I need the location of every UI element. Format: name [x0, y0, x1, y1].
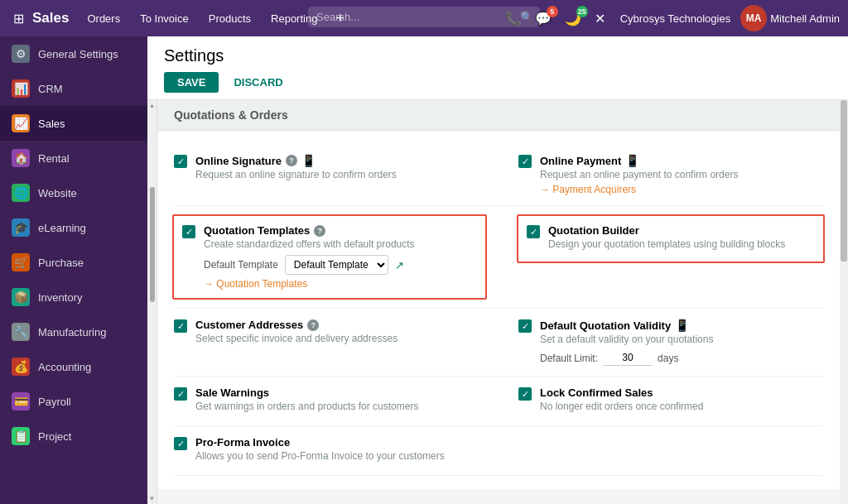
search-icon: 🔍: [520, 11, 533, 23]
quotation-templates-link[interactable]: → Quotation Templates: [204, 278, 415, 290]
quotation-templates-checkbox[interactable]: [182, 225, 195, 238]
online-signature-desc: Request an online signature to confirm o…: [195, 169, 397, 180]
sidebar-item-label: Purchase: [38, 257, 84, 269]
pro-forma-invoice-checkbox[interactable]: [174, 437, 187, 450]
quotation-templates-help-icon[interactable]: ?: [314, 225, 325, 237]
activity-badge: 25: [576, 6, 588, 17]
sidebar-item-website[interactable]: 🌐 Website: [0, 175, 147, 210]
sale-warnings-label: Sale Warnings: [195, 386, 269, 399]
nav-products[interactable]: Products: [200, 9, 259, 28]
right-scroll-thumb: [841, 100, 847, 262]
sidebar: ⚙ General Settings 📊 CRM 📈 Sales 🏠 Renta…: [0, 36, 147, 504]
sidebar-item-label: CRM: [38, 83, 63, 95]
sidebar-item-label: eLearning: [38, 222, 86, 234]
sidebar-item-label: Sales: [38, 118, 65, 130]
online-signature-help-icon[interactable]: ?: [286, 155, 297, 166]
sidebar-item-label: Payroll: [38, 396, 71, 408]
sales-icon: 📈: [12, 114, 30, 132]
customer-addresses-help-icon[interactable]: ?: [307, 319, 319, 331]
quotation-builder-cell: Quotation Builder Design your quotation …: [499, 206, 823, 309]
sidebar-item-project[interactable]: 📋 Project: [0, 419, 147, 454]
sidebar-item-rental[interactable]: 🏠 Rental: [0, 141, 147, 175]
project-icon: 📋: [12, 427, 30, 445]
default-quotation-validity-desc: Set a default validity on your quotation…: [540, 334, 713, 345]
brand-label: Sales: [32, 10, 69, 26]
pro-forma-invoice-cell: Pro-Forma Invoice Allows you to send Pro…: [174, 426, 499, 476]
lock-confirmed-sales-checkbox[interactable]: [518, 387, 532, 401]
default-template-select[interactable]: Default Template: [285, 255, 388, 275]
validity-input[interactable]: [603, 350, 653, 366]
quotation-builder-label: Quotation Builder: [548, 224, 639, 237]
username-label: Mitchell Admin: [770, 12, 840, 25]
sidebar-item-purchase[interactable]: 🛒 Purchase: [0, 245, 147, 280]
quotation-templates-cell: Quotation Templates ? Create standardize…: [174, 206, 499, 309]
sidebar-item-inventory[interactable]: 📦 Inventory: [0, 280, 147, 314]
scroll-up-button[interactable]: ▲: [149, 102, 156, 109]
page-header: Settings SAVE DISCARD: [147, 36, 848, 100]
sidebar-item-label: General Settings: [38, 48, 118, 60]
activity-icon[interactable]: 🌙25: [560, 7, 586, 30]
left-scrollbar[interactable]: ▲ ▼: [147, 100, 157, 504]
sidebar-item-label: Rental: [38, 152, 70, 165]
page-title: Settings: [164, 46, 831, 65]
online-payment-checkbox[interactable]: [518, 155, 532, 168]
sidebar-item-sales[interactable]: 📈 Sales: [0, 106, 147, 141]
accounting-icon: 💰: [12, 358, 30, 376]
quotation-builder-desc: Design your quotation templates using bu…: [548, 238, 785, 250]
validity-mobile-icon: 📱: [675, 319, 689, 332]
pro-forma-invoice-label: Pro-Forma Invoice: [195, 436, 290, 449]
rental-icon: 🏠: [12, 149, 30, 167]
scroll-down-button[interactable]: ▼: [149, 495, 156, 502]
settings-main: Quotations & Orders Online Signature: [157, 100, 840, 504]
default-quotation-validity-label: Default Quotation Validity: [540, 319, 671, 332]
template-external-link-icon[interactable]: ↗: [395, 259, 404, 271]
sidebar-item-elearning[interactable]: 🎓 eLearning: [0, 210, 147, 245]
sidebar-item-label: Website: [38, 187, 77, 199]
close-icon[interactable]: ✕: [590, 7, 610, 30]
empty-cell: [499, 426, 823, 476]
customer-addresses-label: Customer Addresses: [195, 319, 303, 331]
sidebar-item-label: Accounting: [38, 361, 91, 373]
website-icon: 🌐: [12, 184, 30, 202]
default-quotation-validity-cell: Default Quotation Validity 📱 Set a defau…: [499, 309, 823, 377]
inventory-icon: 📦: [12, 288, 30, 306]
purchase-icon: 🛒: [12, 253, 30, 271]
payment-acquirers-link[interactable]: → Payment Acquirers: [540, 184, 738, 195]
settings-content: ▲ ▼ Quotations & Orders: [147, 100, 848, 504]
quotation-builder-highlight: Quotation Builder Design your quotation …: [517, 214, 825, 263]
sidebar-item-crm[interactable]: 📊 CRM: [0, 71, 147, 106]
customer-addresses-checkbox[interactable]: [174, 319, 187, 333]
quotation-builder-checkbox[interactable]: [527, 225, 540, 238]
sidebar-item-payroll[interactable]: 💳 Payroll: [0, 384, 147, 419]
sidebar-item-general-settings[interactable]: ⚙ General Settings: [0, 36, 147, 71]
default-template-label: Default Template: [204, 259, 278, 271]
sale-warnings-cell: Sale Warnings Get warnings in orders and…: [174, 377, 499, 426]
quotations-orders-section: Quotations & Orders Online Signature: [157, 100, 840, 489]
online-payment-cell: Online Payment 📱 Request an online payme…: [499, 144, 823, 206]
right-scrollbar[interactable]: [840, 100, 848, 504]
validity-unit-label: days: [658, 353, 678, 364]
nav-to-invoice[interactable]: To Invoice: [132, 9, 197, 28]
sidebar-item-accounting[interactable]: 💰 Accounting: [0, 349, 147, 384]
crm-icon: 📊: [12, 79, 30, 98]
search-bar-wrapper: 🔍: [308, 7, 540, 27]
apps-menu-icon[interactable]: ⊞: [8, 7, 29, 30]
sidebar-item-manufacturing[interactable]: 🔧 Manufacturing: [0, 314, 147, 349]
online-signature-cell: Online Signature ? 📱 Request an online s…: [174, 144, 499, 206]
sale-warnings-checkbox[interactable]: [174, 387, 187, 401]
search-input[interactable]: [308, 7, 540, 27]
default-quotation-validity-checkbox[interactable]: [518, 319, 532, 333]
online-signature-mobile-icon: 📱: [301, 154, 316, 167]
online-signature-checkbox[interactable]: [174, 155, 187, 168]
avatar[interactable]: MA: [740, 5, 767, 31]
quotation-templates-highlight: Quotation Templates ? Create standardize…: [172, 214, 487, 300]
save-button[interactable]: SAVE: [164, 72, 219, 93]
sale-warnings-desc: Get warnings in orders and products for …: [195, 401, 418, 412]
lock-confirmed-sales-cell: Lock Confirmed Sales No longer edit orde…: [499, 377, 823, 426]
discard-button[interactable]: DISCARD: [225, 72, 291, 93]
nav-orders[interactable]: Orders: [79, 9, 128, 28]
sidebar-item-label: Manufacturing: [38, 326, 106, 338]
online-payment-desc: Request an online payment to confirm ord…: [540, 169, 738, 180]
manufacturing-icon: 🔧: [12, 323, 30, 341]
customer-addresses-desc: Select specific invoice and delivery add…: [195, 333, 398, 344]
